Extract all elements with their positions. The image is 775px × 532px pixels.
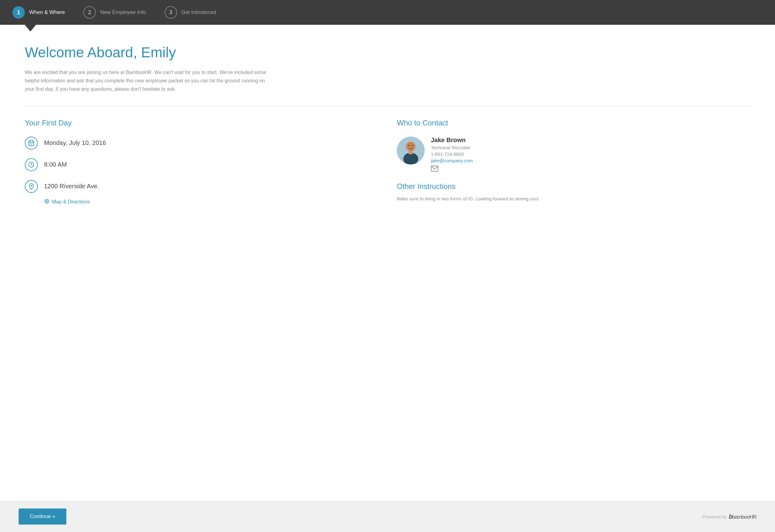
main-content: Welcome Aboard, Emily We are excited tha… — [0, 32, 775, 501]
svg-point-12 — [31, 185, 32, 186]
divider — [25, 106, 750, 106]
svg-rect-4 — [30, 143, 30, 144]
contact-row: Jake Brown Technical Recruiter 1-801-724… — [397, 137, 750, 173]
address-row: 1200 Riverside Ave. — [25, 180, 378, 193]
welcome-title: Welcome Aboard, Emily — [25, 44, 750, 61]
svg-line-11 — [31, 165, 33, 165]
powered-by: Powered by bbambooHR — [703, 513, 756, 520]
pointer-triangle — [25, 25, 36, 32]
contact-email[interactable]: jake@company.com — [431, 158, 473, 163]
date-row: Monday, July 10, 2016 — [25, 137, 378, 150]
continue-button[interactable]: Continue » — [19, 508, 66, 525]
svg-point-14 — [46, 200, 48, 202]
first-day-column: Your First Day Monday, July — [25, 119, 378, 206]
footer: Continue » Powered by bbambooHR — [0, 501, 775, 532]
map-link[interactable]: Map & Directions — [52, 199, 90, 205]
step-2[interactable]: 2 New Employee Info — [83, 6, 146, 19]
contact-column: Who to Contact — [397, 119, 750, 206]
avatar — [397, 137, 425, 164]
svg-rect-5 — [31, 143, 32, 144]
svg-rect-22 — [409, 150, 413, 154]
step-2-label: New Employee Info — [100, 9, 146, 15]
step-3-circle: 3 — [164, 6, 177, 19]
other-instructions-text: Make sure to bring in two forms of ID. L… — [397, 195, 750, 203]
welcome-text: We are excited that you are joining us h… — [25, 68, 267, 94]
pointer-container — [0, 25, 775, 32]
other-instructions-title: Other Instructions — [397, 182, 750, 191]
svg-point-25 — [412, 145, 413, 146]
clock-icon — [25, 158, 38, 171]
contact-title: Who to Contact — [397, 119, 750, 127]
step-2-circle: 2 — [83, 6, 96, 19]
email-icon[interactable] — [431, 166, 473, 173]
contact-phone: 1-801-724-6600 — [431, 151, 473, 157]
bamboohr-logo: bbambooHR — [729, 513, 756, 520]
location-icon — [25, 180, 38, 193]
address-text: 1200 Riverside Ave. — [44, 183, 99, 190]
two-column-layout: Your First Day Monday, July — [25, 119, 750, 206]
map-link-icon — [44, 198, 50, 206]
svg-rect-7 — [30, 144, 30, 145]
svg-point-24 — [408, 145, 409, 146]
step-1-circle: 1 — [12, 6, 25, 19]
step-1-label: When & Where — [29, 9, 65, 15]
contact-job-title: Technical Recruiter — [431, 145, 473, 150]
svg-point-23 — [406, 142, 415, 151]
contact-name: Jake Brown — [431, 137, 473, 144]
map-link-row[interactable]: Map & Directions — [44, 198, 378, 206]
date-text: Monday, July 10, 2016 — [44, 139, 106, 146]
time-row: 8:00 AM — [25, 158, 378, 171]
svg-rect-6 — [32, 143, 33, 144]
first-day-title: Your First Day — [25, 119, 378, 127]
time-text: 8:00 AM — [44, 161, 67, 168]
step-3-label: Get Introduced — [181, 9, 216, 15]
header: 1 When & Where 2 New Employee Info 3 Get… — [0, 0, 775, 25]
powered-by-text: Powered by — [703, 514, 727, 519]
contact-info: Jake Brown Technical Recruiter 1-801-724… — [431, 137, 473, 173]
calendar-icon — [25, 137, 38, 150]
step-3[interactable]: 3 Get Introduced — [164, 6, 216, 19]
step-1[interactable]: 1 When & Where — [12, 6, 65, 19]
svg-rect-8 — [31, 144, 32, 145]
